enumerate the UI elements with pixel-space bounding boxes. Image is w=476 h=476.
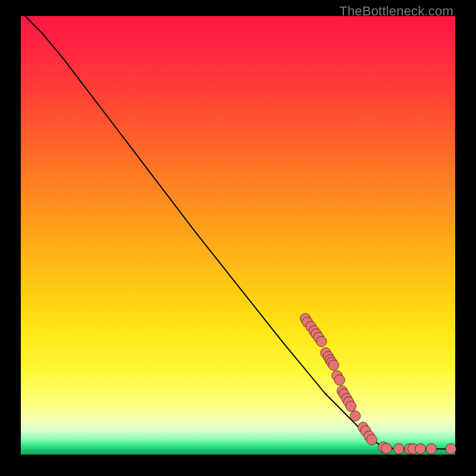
marker-group <box>300 314 456 455</box>
data-marker <box>393 444 404 455</box>
data-marker <box>334 375 345 386</box>
chart-svg <box>21 16 455 455</box>
watermark-text: TheBottleneck.com <box>339 4 453 19</box>
plot-area <box>21 16 455 455</box>
data-marker <box>328 360 339 371</box>
data-marker <box>426 444 437 455</box>
curve-line <box>25 16 455 449</box>
data-marker <box>367 434 377 445</box>
data-marker <box>381 443 392 454</box>
data-marker <box>350 411 361 421</box>
data-marker <box>415 444 426 455</box>
chart-frame: TheBottleneck.com <box>0 0 476 476</box>
data-marker <box>346 401 356 412</box>
data-marker <box>446 444 456 455</box>
data-marker <box>316 336 327 347</box>
